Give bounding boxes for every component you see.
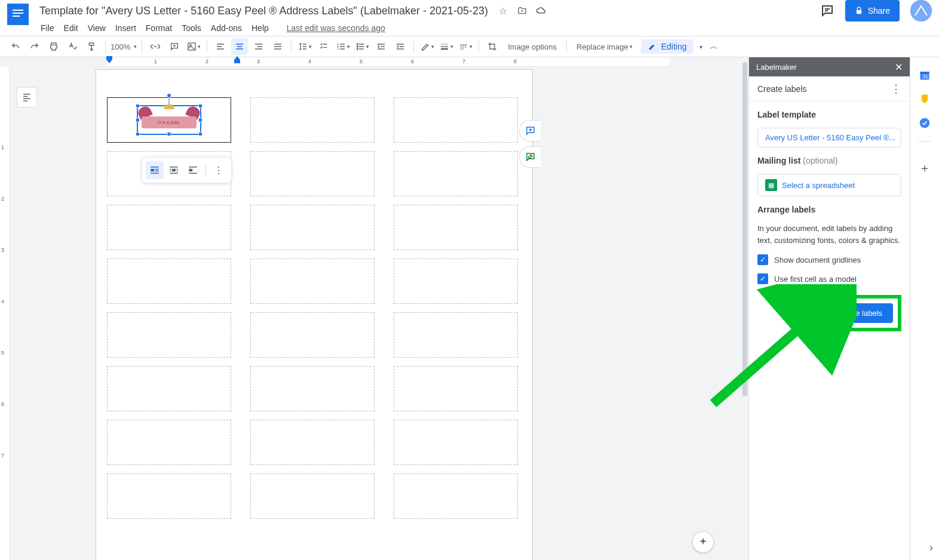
menu-edit[interactable]: Edit <box>59 21 83 35</box>
border-dash-icon[interactable] <box>457 38 474 55</box>
decrease-indent-icon[interactable] <box>373 38 389 55</box>
doc-title[interactable]: Template for "Avery US Letter - 5160 Eas… <box>37 4 490 19</box>
redo-icon[interactable] <box>26 38 43 55</box>
label-cell[interactable] <box>107 473 231 519</box>
label-cell[interactable] <box>394 420 518 465</box>
insert-image-icon[interactable] <box>185 38 202 55</box>
align-right-icon[interactable] <box>250 38 267 55</box>
label-cell[interactable] <box>107 366 231 411</box>
label-cell[interactable] <box>250 97 375 143</box>
editing-mode-button[interactable]: Editing <box>641 39 694 54</box>
label-cell[interactable] <box>107 205 231 250</box>
hide-side-panel-icon[interactable]: › <box>929 541 933 554</box>
label-cell[interactable] <box>394 151 518 196</box>
label-cell[interactable] <box>250 205 375 250</box>
menu-file[interactable]: File <box>36 21 59 35</box>
increase-indent-icon[interactable] <box>392 38 409 55</box>
crop-image-icon[interactable] <box>484 38 501 55</box>
label-cell[interactable] <box>394 259 518 304</box>
bulleted-list-icon[interactable] <box>354 38 370 55</box>
border-color-icon[interactable] <box>419 38 435 55</box>
line-spacing-icon[interactable] <box>296 38 313 55</box>
label-cell[interactable] <box>250 366 375 411</box>
undo-icon[interactable] <box>7 38 24 55</box>
menu-addons[interactable]: Add-ons <box>206 21 247 35</box>
replace-image-button[interactable]: Replace image <box>572 38 637 55</box>
panel-subtitle: Create labels <box>757 84 807 94</box>
label-cell[interactable] <box>107 259 231 304</box>
label-cell[interactable] <box>250 420 375 465</box>
border-weight-icon[interactable] <box>438 38 455 55</box>
zoom-dropdown[interactable]: 100% <box>111 38 137 55</box>
show-gridlines-checkbox[interactable]: ✓ <box>757 254 768 265</box>
wrap-text-icon[interactable] <box>165 161 183 179</box>
svg-point-12 <box>357 48 358 50</box>
comments-icon[interactable] <box>820 4 834 18</box>
create-labels-button[interactable]: Create labels <box>826 303 893 323</box>
selected-image[interactable]: IT'S A GIRL <box>137 105 201 135</box>
use-first-cell-checkbox[interactable]: ✓ <box>757 273 768 284</box>
close-panel-icon[interactable]: ✕ <box>895 61 903 73</box>
label-cell[interactable] <box>394 97 518 143</box>
calendar-rail-icon[interactable]: 31 <box>919 69 931 81</box>
image-options-button[interactable]: Image options <box>503 38 561 55</box>
spellcheck-icon[interactable] <box>65 38 81 55</box>
rotate-handle[interactable] <box>167 93 171 98</box>
image-more-icon[interactable]: ⋮ <box>210 161 228 179</box>
label-cell[interactable] <box>394 205 518 250</box>
menu-view[interactable]: View <box>83 21 111 35</box>
docs-icon[interactable] <box>7 4 29 25</box>
insert-link-icon[interactable] <box>147 38 164 55</box>
menu-format[interactable]: Format <box>141 21 177 35</box>
label-cell[interactable] <box>250 473 375 519</box>
label-cell[interactable] <box>250 151 375 196</box>
add-comment-icon[interactable] <box>166 38 183 55</box>
label-cell-first[interactable]: IT'S A GIRL ⋮ <box>107 97 231 143</box>
menu-insert[interactable]: Insert <box>111 21 141 35</box>
document-page[interactable]: IT'S A GIRL ⋮ <box>96 69 533 560</box>
editing-mode-caret-icon[interactable]: ▾ <box>699 44 702 50</box>
move-icon[interactable] <box>517 5 527 16</box>
label-cell[interactable] <box>394 473 518 519</box>
numbered-list-icon[interactable]: 123 <box>335 38 351 55</box>
avatar[interactable] <box>910 0 932 21</box>
star-icon[interactable]: ☆ <box>498 5 508 16</box>
select-spreadsheet-chip[interactable]: ▦ Select a spreadsheet <box>757 174 901 196</box>
get-addons-rail-icon[interactable]: ＋ <box>919 162 931 174</box>
explore-button-icon[interactable] <box>692 531 714 553</box>
label-cell[interactable] <box>107 312 231 358</box>
label-cell[interactable] <box>394 366 518 411</box>
label-cell[interactable] <box>250 259 375 304</box>
wrap-inline-icon[interactable] <box>146 161 164 179</box>
arrange-labels-heading: Arrange labels <box>757 205 901 214</box>
break-text-icon[interactable] <box>184 161 202 179</box>
add-comment-bubble-icon[interactable] <box>519 120 541 141</box>
align-left-icon[interactable] <box>212 38 229 55</box>
last-edit-link[interactable]: Last edit was seconds ago <box>287 23 385 33</box>
share-button[interactable]: Share <box>845 0 900 21</box>
horizontal-ruler[interactable]: 1 2 3 4 5 6 7 8 <box>106 57 670 67</box>
menu-tools[interactable]: Tools <box>177 21 206 35</box>
collapse-toolbar-icon[interactable]: ︿ <box>710 41 718 52</box>
tasks-rail-icon[interactable] <box>919 117 931 129</box>
print-icon[interactable] <box>45 38 62 55</box>
align-center-icon[interactable] <box>231 38 248 55</box>
label-cell[interactable] <box>107 420 231 465</box>
vertical-ruler[interactable]: 1 2 3 4 5 6 7 <box>0 67 10 560</box>
keep-rail-icon[interactable] <box>919 93 931 105</box>
menu-help[interactable]: Help <box>247 21 274 35</box>
show-outline-icon[interactable] <box>17 87 37 107</box>
suggest-edits-bubble-icon[interactable] <box>519 146 541 168</box>
panel-more-icon[interactable]: ⋮ <box>891 82 901 96</box>
checklist-icon[interactable] <box>315 38 332 55</box>
label-cell[interactable] <box>394 312 518 358</box>
cloud-status-icon[interactable] <box>536 5 547 16</box>
svg-rect-17 <box>189 169 192 172</box>
vertical-scrollbar[interactable] <box>740 57 748 560</box>
align-justify-icon[interactable] <box>269 38 286 55</box>
label-cell[interactable] <box>250 312 375 358</box>
paint-format-icon[interactable] <box>84 38 100 55</box>
lock-icon <box>855 7 863 15</box>
label-template-chip[interactable]: Avery US Letter - 5160 Easy Peel ®... <box>757 128 901 147</box>
svg-marker-14 <box>234 56 240 63</box>
